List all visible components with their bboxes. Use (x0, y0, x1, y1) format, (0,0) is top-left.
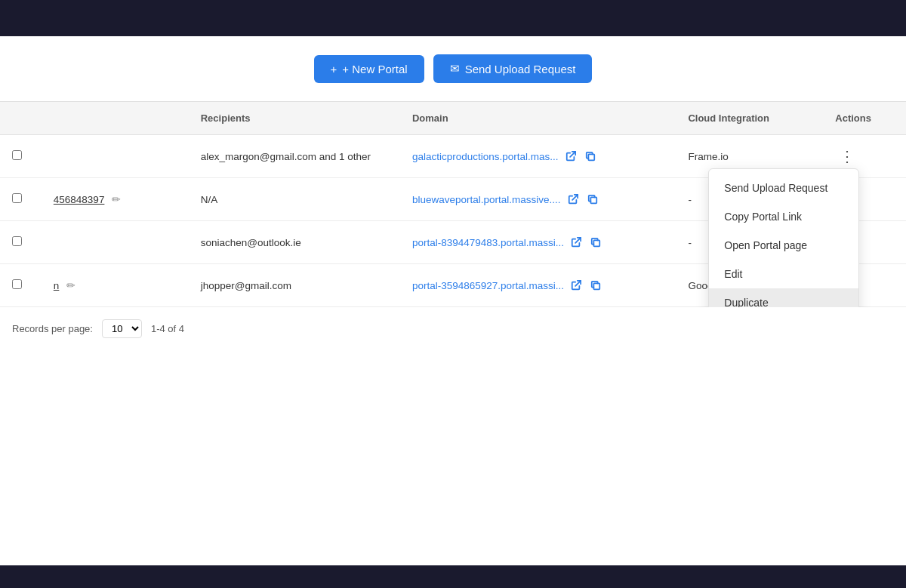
mail-icon: ✉ (450, 62, 460, 75)
row-domain-text: bluewaveportal.portal.massive.... (412, 194, 561, 205)
name-edit-button[interactable]: ✏ (109, 192, 124, 207)
per-page-select[interactable]: 10 25 50 (102, 319, 142, 338)
name-edit-button[interactable]: ✏ (63, 278, 79, 293)
copy-link-button[interactable] (588, 279, 603, 292)
new-portal-label: + New Portal (342, 63, 407, 75)
svg-line-0 (570, 152, 575, 157)
svg-rect-7 (593, 283, 599, 289)
copy-link-button[interactable] (583, 149, 598, 163)
row-domain-cell: galacticproductions.portal.mas... (400, 135, 676, 178)
external-link-button[interactable] (569, 236, 584, 249)
row-domain-link[interactable]: portal-8394479483.portal.massi... (412, 237, 564, 248)
portals-table-container: Recipients Domain Cloud Integration Acti… (0, 101, 906, 307)
menu-item-edit[interactable]: Edit (709, 260, 858, 288)
row-recipients-text: jhopper@gmail.com (201, 280, 291, 291)
svg-line-4 (575, 238, 581, 243)
actions-dropdown-menu: Send Upload Request Copy Portal Link Ope… (708, 168, 859, 307)
svg-line-2 (572, 195, 578, 200)
row-checkbox[interactable] (12, 150, 22, 160)
row-recipients-cell: soniachen@outlook.ie (189, 221, 400, 264)
send-upload-label: Send Upload Request (465, 63, 576, 75)
per-page-select-wrapper: 10 25 50 (102, 319, 142, 338)
row-domain-link[interactable]: portal-3594865927.portal.massi... (412, 280, 564, 291)
table-row: alex_margon@gmail.com and 1 other galact… (0, 135, 906, 178)
row-checkbox-cell (0, 178, 42, 221)
row-cloud-text: - (688, 194, 692, 205)
row-name-text: n (54, 280, 60, 291)
row-recipients-cell: jhopper@gmail.com (189, 264, 400, 307)
actions-menu-button[interactable]: ⋮ (835, 146, 859, 167)
row-domain-cell: bluewaveportal.portal.massive.... (400, 178, 676, 221)
row-name-cell (42, 221, 189, 264)
row-name-cell (42, 135, 189, 178)
external-link-button[interactable] (569, 279, 584, 292)
pagination-bar: Records per page: 10 25 50 1-4 of 4 (0, 307, 906, 350)
svg-rect-1 (588, 154, 594, 160)
menu-item-duplicate[interactable]: Duplicate (709, 288, 858, 307)
row-name-text: 456848397 (54, 194, 105, 205)
row-checkbox-cell (0, 264, 42, 307)
col-header-actions: Actions (823, 102, 906, 135)
svg-rect-5 (593, 240, 599, 246)
menu-item-open-portal[interactable]: Open Portal page (709, 231, 858, 260)
row-domain-cell: portal-8394479483.portal.massi... (400, 221, 676, 264)
row-name-cell: 456848397 ✏ (42, 178, 189, 221)
row-domain-cell: portal-3594865927.portal.massi... (400, 264, 676, 307)
copy-link-button[interactable] (585, 192, 600, 206)
pagination-range: 1-4 of 4 (151, 323, 184, 334)
row-checkbox-cell (0, 221, 42, 264)
row-domain-text: galacticproductions.portal.mas... (412, 151, 559, 162)
col-header-recipients: Recipients (189, 102, 400, 135)
col-header-domain: Domain (400, 102, 676, 135)
records-per-page-label: Records per page: (12, 323, 93, 334)
svg-rect-3 (590, 197, 596, 203)
row-checkbox[interactable] (12, 236, 22, 246)
row-checkbox-cell (0, 135, 42, 178)
row-actions-cell: ⋮ Send Upload Request Copy Portal Link O… (823, 135, 906, 178)
table-header-row: Recipients Domain Cloud Integration Acti… (0, 102, 906, 135)
portals-table: Recipients Domain Cloud Integration Acti… (0, 101, 906, 307)
external-link-button[interactable] (563, 149, 578, 163)
row-domain-text: portal-8394479483.portal.massi... (412, 237, 564, 248)
menu-item-send-upload[interactable]: Send Upload Request (709, 174, 858, 202)
copy-link-button[interactable] (588, 236, 603, 249)
row-recipients-text: soniachen@outlook.ie (201, 237, 301, 248)
row-domain-text: portal-3594865927.portal.massi... (412, 280, 564, 291)
top-bar (0, 0, 906, 36)
row-cloud-text: - (688, 237, 692, 248)
row-name-cell: n ✏ (42, 264, 189, 307)
svg-line-6 (575, 281, 581, 286)
plus-icon: + (331, 63, 337, 75)
new-portal-button[interactable]: + + New Portal (314, 55, 424, 83)
col-header-cloud-integration: Cloud Integration (676, 102, 823, 135)
row-domain-link[interactable]: galacticproductions.portal.mas... (412, 151, 559, 162)
row-cloud-text: Frame.io (688, 151, 728, 162)
col-header-checkbox (0, 102, 42, 135)
row-checkbox[interactable] (12, 193, 22, 203)
row-recipients-text: N/A (201, 194, 218, 205)
external-link-button[interactable] (565, 192, 581, 206)
row-checkbox[interactable] (12, 279, 22, 289)
menu-item-copy-link[interactable]: Copy Portal Link (709, 202, 858, 231)
row-recipients-text: alex_margon@gmail.com and 1 other (201, 151, 371, 162)
toolbar: + + New Portal ✉ Send Upload Request (0, 36, 906, 101)
row-recipients-cell: N/A (189, 178, 400, 221)
col-header-name (42, 102, 189, 135)
row-domain-link[interactable]: bluewaveportal.portal.massive.... (412, 194, 561, 205)
row-recipients-cell: alex_margon@gmail.com and 1 other (189, 135, 400, 178)
send-upload-request-button[interactable]: ✉ Send Upload Request (433, 54, 593, 83)
